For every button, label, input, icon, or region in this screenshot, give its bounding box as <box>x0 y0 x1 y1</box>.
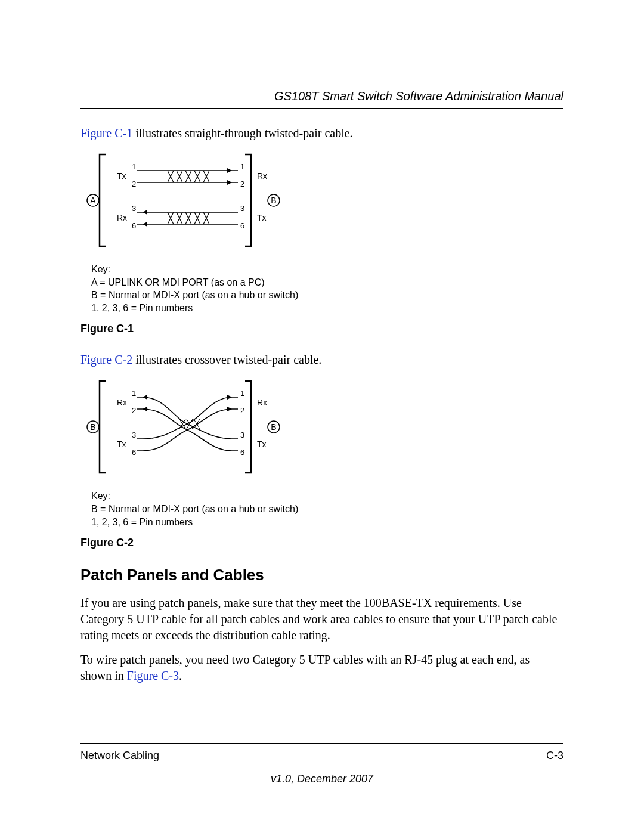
figure-c2-left-top-label: Rx <box>117 398 127 407</box>
figure-c1-intro-rest: illustrates straight-through twisted-pai… <box>132 126 352 140</box>
figure-c3-link[interactable]: Figure C-3 <box>127 669 179 682</box>
figure-c2-right-bottom-label: Tx <box>257 439 267 449</box>
figure-c1-key-a: A = UPLINK OR MDI PORT (as on a PC) <box>91 276 564 289</box>
footer-section-name: Network Cabling <box>80 750 159 762</box>
figure-c2-right-circle-label: B <box>271 422 276 432</box>
footer-page-number: C-3 <box>546 750 564 762</box>
figure-c2-key-b: B = Normal or MDI-X port (as on a hub or… <box>91 503 564 516</box>
figure-c2-left-bottom-label: Tx <box>117 439 126 449</box>
section-para2: To wire patch panels, you need two Categ… <box>80 652 564 684</box>
figure-c2-pin1-left: 1 <box>132 389 136 398</box>
figure-c1-key-b: B = Normal or MDI-X port (as on a hub or… <box>91 289 564 302</box>
figure-c1-pin3-right: 3 <box>240 204 244 213</box>
figure-c2-link[interactable]: Figure C-2 <box>80 353 132 366</box>
figure-c2-pin6-right: 6 <box>240 448 244 457</box>
svg-marker-11 <box>227 180 232 185</box>
section-para1: If you are using patch panels, make sure… <box>80 595 564 643</box>
svg-marker-15 <box>143 222 147 227</box>
figure-c2-pin2-right: 2 <box>240 406 244 415</box>
figure-c2-pin3-left: 3 <box>132 431 136 439</box>
figure-c1-left-bottom-label: Rx <box>117 213 127 222</box>
footer-version: v1.0, December 2007 <box>80 773 564 785</box>
figure-c1-key-heading: Key: <box>91 263 564 276</box>
figure-c2-pin6-left: 6 <box>132 448 136 457</box>
header-rule <box>80 108 564 109</box>
svg-marker-26 <box>143 395 147 400</box>
svg-marker-13 <box>143 210 147 215</box>
figure-c1-pin1-left: 1 <box>132 162 136 171</box>
figure-c1-left-circle-label: A <box>90 196 96 205</box>
figure-c2-right-top-label: Rx <box>257 398 267 407</box>
figure-c1-caption: Figure C-1 <box>80 323 564 335</box>
svg-marker-9 <box>227 168 232 173</box>
figure-c1-link[interactable]: Figure C-1 <box>80 126 132 140</box>
figure-c2-intro-rest: illustrates crossover twisted-pair cable… <box>132 353 321 366</box>
figure-c2-left-circle-label: B <box>90 422 95 432</box>
figure-c1-pin6-left: 6 <box>132 221 136 230</box>
figure-c2-key-pins: 1, 2, 3, 6 = Pin numbers <box>91 516 564 529</box>
figure-c1-intro: Figure C-1 illustrates straight-through … <box>80 125 564 141</box>
figure-c1-diagram: A B Tx Rx Rx Tx 1 2 3 6 1 2 3 6 Key: A =… <box>84 150 564 314</box>
figure-c2-key-heading: Key: <box>91 490 564 503</box>
figure-c2-pin1-right: 1 <box>240 389 244 398</box>
svg-marker-29 <box>227 407 232 411</box>
figure-c1-right-bottom-label: Tx <box>257 213 267 222</box>
figure-c1-right-circle-label: B <box>271 196 276 205</box>
figure-c2-intro: Figure C-2 illustrates crossover twisted… <box>80 352 564 368</box>
figure-c1-left-top-label: Tx <box>117 171 126 181</box>
section-heading-patch-panels: Patch Panels and Cables <box>80 566 564 584</box>
figure-c2-key: Key: B = Normal or MDI-X port (as on a h… <box>91 490 564 528</box>
header-document-title: GS108T Smart Switch Software Administrat… <box>80 89 564 103</box>
figure-c2-diagram: B B Rx Tx Rx Tx 1 2 3 6 1 2 3 6 Key: B =… <box>84 376 564 528</box>
svg-marker-27 <box>143 407 147 411</box>
figure-c1-right-top-label: Rx <box>257 171 267 181</box>
figure-c1-pin6-right: 6 <box>240 221 244 230</box>
section-para2-post: . <box>179 669 182 682</box>
figure-c2-pin2-left: 2 <box>132 406 136 415</box>
figure-c1-pin3-left: 3 <box>132 204 136 213</box>
figure-c1-key-pins: 1, 2, 3, 6 = Pin numbers <box>91 302 564 315</box>
figure-c2-pin3-right: 3 <box>240 431 244 439</box>
footer-rule <box>80 743 564 744</box>
svg-marker-28 <box>227 395 232 400</box>
figure-c1-pin1-right: 1 <box>240 162 244 171</box>
figure-c1-pin2-right: 2 <box>240 179 244 188</box>
figure-c1-key: Key: A = UPLINK OR MDI PORT (as on a PC)… <box>91 263 564 314</box>
figure-c2-caption: Figure C-2 <box>80 537 564 549</box>
figure-c1-pin2-left: 2 <box>132 179 136 188</box>
